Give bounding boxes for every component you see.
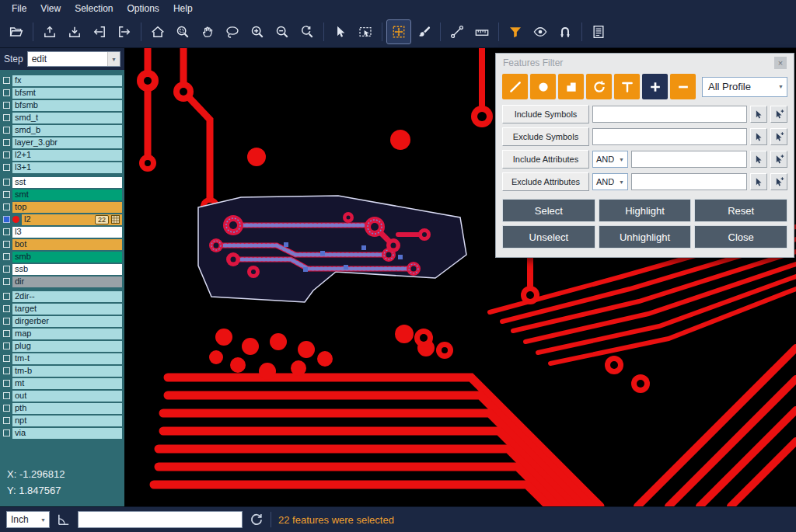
layer-row-bfsmt[interactable]: bfsmt — [2, 87, 122, 99]
layer-row-top[interactable]: top — [2, 201, 122, 213]
exclude-symbols-button[interactable]: Exclude Symbols — [502, 127, 589, 146]
layer-chip[interactable]: layer_3.gbr — [12, 137, 122, 148]
exclude-symbols-input[interactable] — [592, 128, 747, 145]
layer-visibility-checkbox[interactable] — [3, 114, 10, 121]
layer-visibility-checkbox[interactable] — [3, 305, 10, 312]
layer-chip[interactable]: top — [12, 202, 122, 213]
layer-row-sst[interactable]: sst — [2, 176, 122, 188]
layer-chip[interactable]: pth — [12, 403, 122, 414]
export-right-button[interactable] — [113, 20, 136, 43]
pick-arrow-button[interactable] — [750, 151, 767, 168]
layer-chip[interactable]: tm-b — [12, 366, 122, 377]
layer-chip[interactable]: target — [12, 304, 122, 315]
layer-row-l2[interactable]: l222 — [2, 214, 122, 225]
highlight-button[interactable]: Highlight — [599, 199, 692, 222]
layer-chip[interactable]: smt — [12, 190, 122, 200]
reset-button[interactable]: Reset — [694, 199, 787, 222]
refresh-icon[interactable] — [250, 513, 264, 527]
eye-visibility-button[interactable] — [529, 20, 552, 43]
layer-row-l3+1[interactable]: l3+1 — [2, 162, 122, 173]
rect-select-button[interactable] — [354, 20, 377, 43]
select-button[interactable]: Select — [502, 199, 595, 222]
exclude-attributes-op-select[interactable]: AND▼ — [592, 173, 628, 190]
pick-arrow-add-button[interactable] — [770, 128, 787, 145]
layer-chip[interactable]: l3 — [12, 227, 122, 238]
layer-visibility-checkbox[interactable] — [3, 77, 10, 84]
layer-chip[interactable]: dir — [12, 276, 122, 287]
menu-help[interactable]: Help — [166, 2, 200, 16]
open-folder-button[interactable] — [5, 20, 28, 43]
layer-chip[interactable]: smb — [12, 252, 122, 263]
layer-visibility-checkbox[interactable] — [3, 342, 10, 349]
layer-row-smd_b[interactable]: smd_b — [2, 124, 122, 136]
layer-visibility-checkbox[interactable] — [3, 127, 10, 134]
filter-surface-button[interactable] — [558, 74, 584, 99]
layer-row-l3[interactable]: l3 — [2, 226, 122, 238]
layer-chip[interactable]: l222 — [22, 214, 122, 225]
layer-row-dir[interactable]: dir — [2, 276, 122, 287]
export-up-button[interactable] — [38, 20, 61, 43]
pick-arrow-button[interactable] — [750, 128, 767, 145]
layer-row-pth[interactable]: pth — [2, 402, 122, 414]
layer-row-ssb[interactable]: ssb — [2, 263, 122, 275]
layer-visibility-checkbox[interactable] — [3, 318, 10, 325]
layer-row-bfsmb[interactable]: bfsmb — [2, 99, 122, 111]
filter-line-button[interactable] — [502, 74, 528, 99]
pick-arrow-button[interactable] — [750, 106, 767, 123]
layer-row-dirgerber[interactable]: dirgerber — [2, 315, 122, 327]
layer-visibility-checkbox[interactable] — [3, 228, 10, 235]
layer-row-via[interactable]: via — [2, 427, 122, 439]
layer-visibility-checkbox[interactable] — [3, 179, 10, 186]
layer-row-layer_3.gbr[interactable]: layer_3.gbr — [2, 137, 122, 148]
layer-row-tm-t[interactable]: tm-t — [2, 353, 122, 364]
layer-visibility-checkbox[interactable] — [3, 355, 10, 362]
layer-visibility-checkbox[interactable] — [3, 429, 10, 436]
layer-chip[interactable]: ssb — [12, 264, 122, 275]
layer-visibility-checkbox[interactable] — [3, 380, 10, 387]
include-symbols-button[interactable]: Include Symbols — [502, 105, 589, 123]
layer-chip[interactable]: dirgerber — [12, 316, 122, 327]
layer-visibility-checkbox[interactable] — [3, 293, 10, 300]
layer-visibility-checkbox[interactable] — [3, 151, 10, 158]
pick-arrow-add-button[interactable] — [770, 106, 787, 123]
layer-visibility-checkbox[interactable] — [3, 139, 10, 146]
menu-view[interactable]: View — [33, 2, 68, 16]
pan-hand-button[interactable] — [196, 20, 219, 43]
layer-visibility-checkbox[interactable] — [3, 191, 10, 198]
filter-negative-button[interactable] — [670, 74, 696, 99]
layer-visibility-checkbox[interactable] — [3, 216, 10, 223]
ruler-button[interactable] — [470, 20, 494, 43]
layer-row-smd_t[interactable]: smd_t — [2, 112, 122, 123]
import-left-button[interactable] — [88, 20, 111, 43]
layer-visibility-checkbox[interactable] — [3, 367, 10, 374]
zoom-window-button[interactable] — [171, 20, 194, 43]
layer-visibility-checkbox[interactable] — [3, 253, 10, 260]
include-attributes-op-select[interactable]: AND▼ — [592, 151, 628, 168]
layer-row-fx[interactable]: fx — [2, 75, 122, 86]
zoom-in-button[interactable] — [246, 20, 269, 43]
close-icon[interactable]: × — [774, 57, 787, 69]
layer-chip[interactable]: l2+1 — [12, 150, 122, 161]
command-input[interactable] — [78, 511, 243, 528]
magnet-snap-button[interactable] — [553, 20, 577, 43]
layer-chip[interactable]: out — [12, 391, 122, 402]
filter-funnel-button[interactable] — [504, 20, 527, 43]
layer-row-smt[interactable]: smt — [2, 189, 122, 200]
layer-row-l2+1[interactable]: l2+1 — [2, 149, 122, 161]
angle-measure-icon[interactable] — [57, 513, 71, 527]
filter-positive-button[interactable] — [642, 74, 668, 99]
layer-chip[interactable]: smd_b — [12, 125, 122, 136]
layer-chip[interactable]: bfsmt — [12, 88, 122, 99]
layer-chip[interactable]: mt — [12, 378, 122, 389]
report-list-button[interactable] — [587, 20, 610, 43]
filter-arc-button[interactable] — [586, 74, 612, 99]
import-down-button[interactable] — [63, 20, 86, 43]
zoom-out-button[interactable] — [271, 20, 294, 43]
layer-visibility-checkbox[interactable] — [3, 102, 10, 109]
pick-arrow-add-button[interactable] — [770, 173, 787, 190]
home-button[interactable] — [146, 20, 169, 43]
layer-chip[interactable]: via — [12, 428, 122, 439]
menu-file[interactable]: File — [5, 2, 33, 16]
layer-row-out[interactable]: out — [2, 390, 122, 402]
unit-select[interactable]: Inch ▼ — [6, 511, 50, 528]
